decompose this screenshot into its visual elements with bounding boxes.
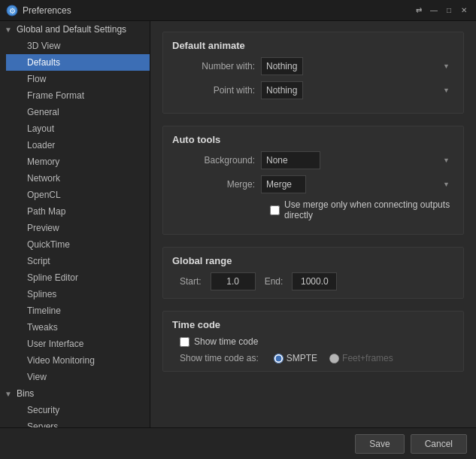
merge-select[interactable]: Merge Dissolve — [261, 175, 306, 193]
sidebar-item-general[interactable]: General — [6, 104, 150, 120]
arrow-icon-bins: ▼ — [5, 390, 14, 398]
app-icon: ⚙ — [6, 5, 18, 17]
tree-group-label-bins: Bins — [17, 388, 34, 399]
end-label: End: — [265, 276, 283, 287]
sidebar-item-quicktime[interactable]: QuickTime — [6, 236, 150, 253]
sidebar-item-preview[interactable]: Preview — [6, 220, 150, 236]
main-layout: ▼ Global and Default Settings 3D View De… — [0, 21, 476, 459]
merge-label: Merge: — [172, 179, 255, 190]
point-with-row: Point with: Nothing Linear Spline — [172, 81, 454, 99]
auto-tools-title: Auto tools — [172, 134, 454, 145]
feet-option: Feet+frames — [329, 353, 393, 363]
sidebar-item-loader[interactable]: Loader — [6, 137, 150, 154]
merge-select-wrapper: Merge Dissolve — [261, 175, 454, 193]
smpte-label[interactable]: SMPTE — [287, 353, 317, 363]
sidebar-item-timeline[interactable]: Timeline — [6, 302, 150, 319]
sidebar-item-splines[interactable]: Splines — [6, 286, 150, 302]
sidebar-item-tweaks[interactable]: Tweaks — [6, 319, 150, 336]
default-animate-section: Default animate Number with: Nothing Lin… — [162, 32, 464, 114]
window-title: Preferences — [23, 5, 413, 16]
sidebar-item-security[interactable]: Security — [6, 402, 150, 418]
show-time-code-label[interactable]: Show time code — [194, 336, 258, 347]
time-code-section: Time code Show time code Show time code … — [162, 311, 464, 372]
background-label: Background: — [172, 155, 255, 166]
background-row: Background: None Background — [172, 151, 454, 169]
number-with-select-wrapper: Nothing Linear Spline — [261, 57, 454, 75]
sidebar-item-opencl[interactable]: OpenCL — [6, 187, 150, 203]
sidebar-item-layout[interactable]: Layout — [6, 120, 150, 137]
sidebar: ▼ Global and Default Settings 3D View De… — [0, 21, 150, 459]
sidebar-item-3d-view[interactable]: 3D View — [6, 38, 150, 54]
start-label: Start: — [180, 276, 202, 287]
exchange-button[interactable]: ⇄ — [413, 5, 425, 17]
sidebar-item-view[interactable]: View — [6, 369, 150, 385]
smpte-radio[interactable] — [274, 354, 283, 363]
sidebar-item-path-map[interactable]: Path Map — [6, 203, 150, 220]
sidebar-item-flow[interactable]: Flow — [6, 71, 150, 87]
merge-only-checkbox[interactable] — [270, 205, 280, 215]
tree-group-header-global[interactable]: ▼ Global and Default Settings — [0, 21, 150, 38]
window-controls: ⇄ — □ ✕ — [413, 5, 470, 17]
point-with-select[interactable]: Nothing Linear Spline — [261, 81, 303, 99]
merge-checkbox-row: Use merge only when connecting outputs d… — [172, 199, 454, 220]
global-range-section: Global range Start: End: — [162, 247, 464, 299]
time-code-title: Time code — [172, 319, 454, 330]
svg-text:⚙: ⚙ — [9, 7, 16, 15]
auto-tools-section: Auto tools Background: None Background M… — [162, 126, 464, 235]
save-button[interactable]: Save — [355, 434, 404, 454]
content-area: Default animate Number with: Nothing Lin… — [150, 21, 476, 427]
feet-label: Feet+frames — [342, 353, 393, 363]
maximize-button[interactable]: □ — [443, 5, 455, 17]
global-range-title: Global range — [172, 255, 454, 266]
minimize-button[interactable]: — — [428, 5, 440, 17]
close-button[interactable]: ✕ — [458, 5, 470, 17]
start-input[interactable] — [211, 272, 256, 290]
sidebar-item-frame-format[interactable]: Frame Format — [6, 87, 150, 104]
sidebar-item-user-interface[interactable]: User Interface — [6, 336, 150, 352]
end-input[interactable] — [292, 272, 337, 290]
number-with-label: Number with: — [172, 61, 255, 71]
number-with-select[interactable]: Nothing Linear Spline — [261, 57, 303, 75]
tree-subgroup-global: 3D View Defaults Flow Frame Format Gener… — [0, 38, 150, 385]
sidebar-item-video-monitoring[interactable]: Video Monitoring — [6, 352, 150, 369]
default-animate-title: Default animate — [172, 40, 454, 51]
background-select-wrapper: None Background — [261, 151, 454, 169]
tree-group-global: ▼ Global and Default Settings 3D View De… — [0, 21, 150, 385]
global-range-row: Start: End: — [172, 272, 454, 290]
sidebar-item-defaults[interactable]: Defaults — [6, 54, 150, 71]
cancel-button[interactable]: Cancel — [411, 434, 467, 454]
point-with-label: Point with: — [172, 85, 255, 96]
sidebar-item-script[interactable]: Script — [6, 253, 150, 269]
show-as-label: Show time code as: — [180, 353, 259, 363]
tree-group-label-global: Global and Default Settings — [17, 24, 126, 35]
show-time-code-row: Show time code — [172, 336, 454, 347]
number-with-row: Number with: Nothing Linear Spline — [172, 57, 454, 75]
tree-group-header-bins[interactable]: ▼ Bins — [0, 385, 150, 402]
merge-only-label[interactable]: Use merge only when connecting outputs d… — [284, 199, 454, 220]
background-select[interactable]: None Background — [261, 151, 320, 169]
sidebar-item-network[interactable]: Network — [6, 170, 150, 187]
show-time-code-checkbox[interactable] — [180, 337, 189, 347]
show-as-row: Show time code as: SMPTE Feet+frames — [172, 353, 454, 363]
point-with-select-wrapper: Nothing Linear Spline — [261, 81, 454, 99]
smpte-option: SMPTE — [274, 353, 317, 363]
merge-row: Merge: Merge Dissolve — [172, 175, 454, 193]
titlebar: ⚙ Preferences ⇄ — □ ✕ — [0, 0, 476, 21]
sidebar-item-spline-editor[interactable]: Spline Editor — [6, 269, 150, 286]
feet-radio[interactable] — [329, 354, 339, 363]
arrow-icon-global: ▼ — [5, 26, 14, 34]
sidebar-item-memory[interactable]: Memory — [6, 154, 150, 170]
bottom-bar: Save Cancel — [150, 427, 476, 459]
